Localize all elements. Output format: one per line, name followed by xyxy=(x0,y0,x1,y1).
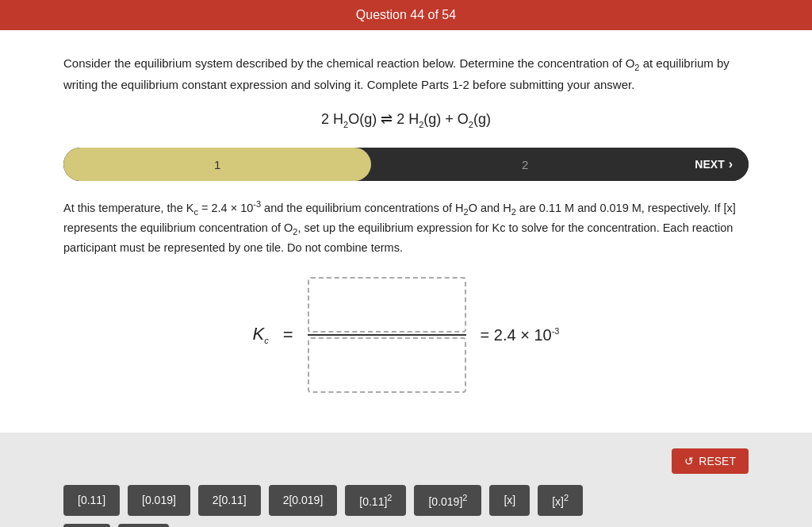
equals-value: = 2.4 × 10-3 xyxy=(481,326,560,344)
tile-0-11[interactable]: [0.11] xyxy=(63,485,120,516)
tab-1[interactable]: 1 xyxy=(63,148,371,181)
tab-1-label: 1 xyxy=(214,158,220,171)
denominator-drop-zone[interactable] xyxy=(308,337,466,393)
reset-label: RESET xyxy=(699,455,736,467)
tile-2-0-11[interactable]: 2[0.11] xyxy=(198,485,261,516)
numerator-drop-zone[interactable] xyxy=(308,277,466,333)
tile-x-sq[interactable]: [x]2 xyxy=(538,485,583,516)
reset-button[interactable]: ↺ RESET xyxy=(672,448,749,474)
next-tab-button[interactable]: NEXT › xyxy=(679,148,749,181)
tiles-row: [0.11] [0.019] 2[0.11] 2[0.019] [0.11]2 … xyxy=(63,485,749,516)
question-counter: Question 44 of 54 xyxy=(356,8,456,21)
tab-2[interactable]: 2 xyxy=(371,148,679,181)
fraction-line xyxy=(308,334,466,336)
reset-row: ↺ RESET xyxy=(63,448,749,474)
tile-0-019[interactable]: [0.019] xyxy=(128,485,190,516)
header: Question 44 of 54 xyxy=(0,0,812,30)
tile-0-019-sq[interactable]: [0.019]2 xyxy=(414,485,481,516)
question-prompt: Consider the equilibrium system describe… xyxy=(63,54,749,94)
tile-2x[interactable]: [2x] xyxy=(63,524,110,527)
main-content: Consider the equilibrium system describe… xyxy=(0,30,812,433)
equals-sign: = xyxy=(283,325,293,345)
next-label: NEXT xyxy=(695,158,724,171)
kc-label: Kc xyxy=(253,324,269,345)
bottom-section: ↺ RESET [0.11] [0.019] 2[0.11] 2[0.019] … xyxy=(0,433,812,527)
tab-2-label: 2 xyxy=(522,158,528,171)
tile-2x-sq[interactable]: [2x]2 xyxy=(118,524,170,527)
reset-icon: ↺ xyxy=(684,455,694,467)
tile-x[interactable]: [x] xyxy=(489,485,530,516)
tab-bar: 1 2 NEXT › xyxy=(63,148,749,181)
tile-0-11-sq[interactable]: [0.11]2 xyxy=(345,485,406,516)
reaction-formula: 2 H2O(g) ⇌ 2 H2(g) + O2(g) xyxy=(63,110,749,129)
equation-area: Kc = = 2.4 × 10-3 xyxy=(63,277,749,393)
fraction-box xyxy=(308,277,466,393)
chevron-right-icon: › xyxy=(729,157,733,171)
tiles-row-2: [2x] [2x]2 xyxy=(63,524,749,527)
part2-description: At this temperature, the Kc = 2.4 × 10-3… xyxy=(63,197,749,258)
tile-2-0-019[interactable]: 2[0.019] xyxy=(269,485,338,516)
